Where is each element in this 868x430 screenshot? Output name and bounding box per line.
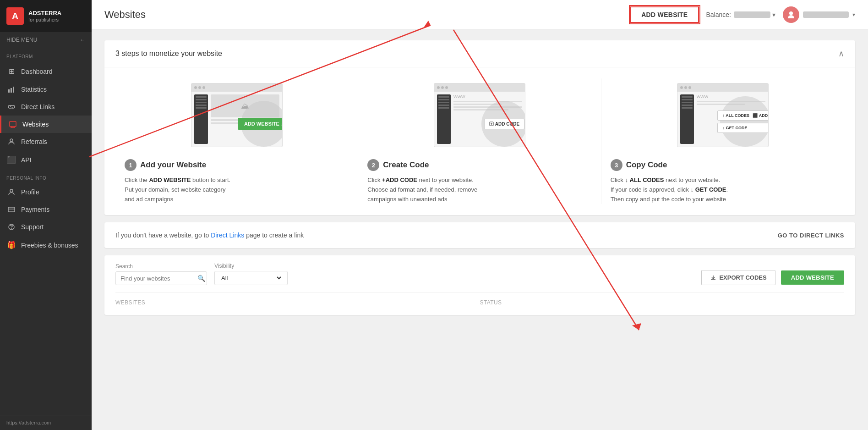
statistics-icon (6, 86, 16, 93)
sidebar-item-dashboard[interactable]: ⊞ Dashboard (0, 62, 92, 81)
collapse-icon[interactable]: ∧ (838, 49, 844, 59)
step-1-desc: Click the ADD WEBSITE button to start. P… (125, 176, 349, 204)
step-1-number: 1 (125, 159, 136, 171)
svg-point-5 (10, 189, 13, 192)
balance-caret-icon: ▾ (772, 11, 775, 18)
main-content: Websites ADD WEBSITE Balance: ▾ ▾ 3 step… (92, 0, 868, 430)
direct-links-icon (6, 103, 16, 110)
payments-icon (6, 206, 16, 213)
sidebar-item-statistics[interactable]: Statistics (0, 81, 92, 98)
search-actions: EXPORT CODES ADD WEBSITE (701, 270, 844, 285)
user-area[interactable]: ▾ (783, 6, 855, 23)
svg-rect-2 (13, 87, 14, 93)
balance-area: Balance: ▾ (706, 11, 775, 18)
app-name: ADSTERRA (28, 10, 61, 17)
direct-links-link[interactable]: Direct Links (211, 232, 244, 239)
sidebar-item-websites[interactable]: Websites (0, 116, 92, 133)
search-icon: 🔍 (197, 275, 205, 282)
svg-point-8 (11, 228, 12, 229)
app-sub: for publishers (28, 17, 61, 22)
export-codes-button[interactable]: EXPORT CODES (701, 270, 775, 285)
steps-card-header: 3 steps to monetize your website ∧ (104, 40, 855, 67)
hide-menu-arrow: ← (80, 37, 85, 43)
step-3-image: WWW ↑ ALL CODES ⬛ ADD ↓ GET CODE (611, 78, 835, 152)
search-input[interactable] (120, 275, 197, 282)
avatar (783, 6, 799, 23)
step-1-image: ⛰ ADD WEBSITE ↓ (125, 78, 349, 152)
step-3-heading: 3 Copy Code (611, 159, 835, 171)
svg-rect-0 (8, 89, 10, 93)
step-2-image: WWW ADD CODE (367, 78, 591, 152)
logo-area: A ADSTERRA for publishers (0, 0, 92, 32)
table-col-status: Status (480, 298, 845, 308)
page-title: Websites (104, 9, 146, 21)
go-to-direct-links-btn[interactable]: GO TO DIRECT LINKS (778, 232, 844, 239)
sidebar-item-referrals[interactable]: Referrals (0, 133, 92, 150)
support-icon (6, 223, 16, 231)
sidebar-item-freebies[interactable]: 🎁 Freebies & bonuses (0, 236, 92, 254)
content-area: 3 steps to monetize your website ∧ (92, 29, 868, 430)
header: Websites ADD WEBSITE Balance: ▾ ▾ (92, 0, 868, 29)
dashboard-icon: ⊞ (6, 67, 16, 76)
sidebar-item-label: Referrals (21, 138, 47, 145)
step2-mock-btn: ADD CODE (484, 119, 524, 129)
search-card: Search 🔍 Visibility All Active Inactive (104, 255, 855, 315)
steps-card: 3 steps to monetize your website ∧ (104, 40, 855, 215)
add-website-header-button[interactable]: ADD WEBSITE (630, 6, 699, 23)
search-input-wrap: 🔍 (115, 271, 207, 285)
sidebar-item-label: Support (21, 223, 44, 231)
sidebar-item-label: Payments (21, 206, 49, 213)
websites-icon (8, 121, 18, 128)
sidebar-item-label: Statistics (21, 86, 47, 93)
step1-mock-btn: ADD WEBSITE ↓ (238, 118, 283, 130)
referrals-icon (6, 138, 16, 145)
visibility-select-wrap: All Active Inactive (214, 271, 288, 285)
visibility-label: Visibility (214, 263, 288, 269)
sidebar-item-label: Direct Links (21, 103, 55, 110)
sidebar-item-profile[interactable]: Profile (0, 183, 92, 201)
svg-rect-3 (10, 121, 16, 127)
visibility-select[interactable]: All Active Inactive (219, 274, 283, 282)
step3-get-code-btn: ↓ GET CODE (717, 123, 768, 133)
sidebar: A ADSTERRA for publishers HIDE MENU ← PL… (0, 0, 92, 430)
sidebar-item-label: API (21, 156, 32, 164)
step3-all-codes-btn: ↑ ALL CODES ⬛ ADD (717, 110, 768, 121)
step-1: ⛰ ADD WEBSITE ↓ 1 Add you (115, 78, 358, 204)
header-right: ADD WEBSITE Balance: ▾ ▾ (630, 6, 855, 23)
sidebar-item-payments[interactable]: Payments (0, 201, 92, 218)
profile-icon (6, 188, 16, 196)
sidebar-item-support[interactable]: Support (0, 218, 92, 236)
download-icon (710, 275, 716, 281)
api-icon: ⬛ (6, 155, 16, 164)
hide-menu-label: HIDE MENU (6, 37, 37, 43)
steps-card-title: 3 steps to monetize your website (115, 50, 222, 58)
hide-menu-row[interactable]: HIDE MENU ← (0, 32, 92, 48)
logo-icon: A (6, 7, 24, 25)
svg-rect-1 (11, 88, 12, 93)
table-col-websites: Websites (115, 298, 480, 308)
sidebar-item-label: Freebies & bonuses (21, 242, 78, 249)
table-header-row: Websites Status (115, 292, 844, 308)
svg-point-4 (10, 139, 13, 142)
step-2-heading: 2 Create Code (367, 159, 591, 171)
sidebar-item-label: Websites (22, 121, 49, 128)
step-3-number: 3 (611, 159, 622, 171)
search-group: Search 🔍 (115, 263, 207, 285)
freebies-icon: 🎁 (6, 241, 16, 249)
sidebar-item-label: Profile (21, 188, 39, 196)
user-dropdown-icon: ▾ (852, 11, 855, 18)
balance-label: Balance: (706, 11, 731, 18)
sidebar-item-direct-links[interactable]: Direct Links (0, 98, 92, 116)
add-website-green-button[interactable]: ADD WEBSITE (781, 270, 844, 285)
sidebar-item-label: Dashboard (21, 68, 53, 75)
step-2-number: 2 (367, 159, 379, 171)
search-label: Search (115, 263, 207, 270)
svg-point-9 (789, 11, 793, 15)
sidebar-footer: https://adsterra.com (0, 415, 92, 430)
search-row: Search 🔍 Visibility All Active Inactive (115, 263, 844, 285)
user-name-display (803, 11, 849, 18)
sidebar-item-api[interactable]: ⬛ API (0, 150, 92, 169)
steps-container: ⛰ ADD WEBSITE ↓ 1 Add you (104, 67, 855, 215)
step-2: WWW ADD CODE (358, 78, 601, 204)
direct-links-banner: If you don't have a website, go to Direc… (104, 222, 855, 248)
